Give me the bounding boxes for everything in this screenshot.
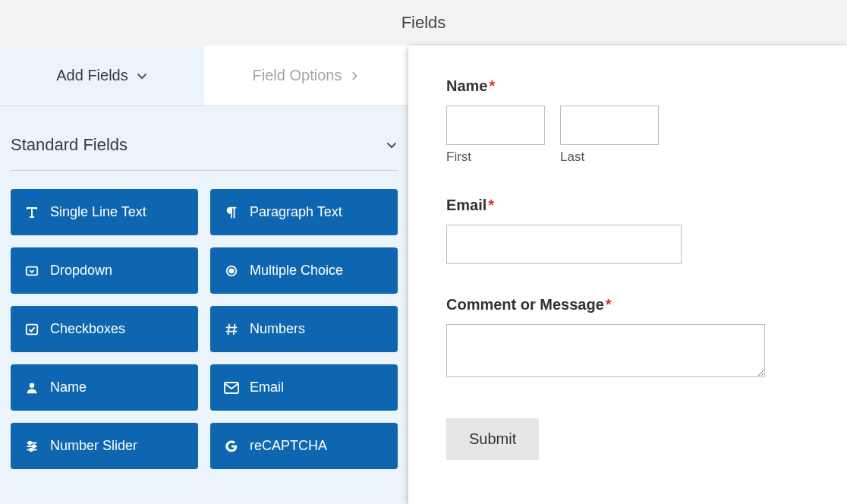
field-multiple-choice[interactable]: Multiple Choice — [210, 247, 398, 294]
chevron-down-icon — [386, 139, 398, 151]
tabs: Add Fields Field Options — [0, 46, 408, 106]
check-icon — [24, 322, 39, 337]
field-numbers[interactable]: Numbers — [210, 306, 398, 352]
field-label: Numbers — [250, 321, 305, 337]
first-sublabel: First — [446, 150, 545, 165]
required-mark: * — [488, 197, 494, 213]
envelope-icon — [224, 380, 239, 395]
field-paragraph-text[interactable]: Paragraph Text — [210, 189, 398, 235]
field-label: Multiple Choice — [250, 263, 343, 279]
section-header[interactable]: Standard Fields — [11, 124, 398, 171]
chevron-down-icon — [136, 70, 148, 82]
text-icon — [24, 205, 39, 220]
first-name-input[interactable] — [446, 106, 545, 145]
field-name[interactable]: Name — [11, 364, 198, 411]
form-preview: Name* First Last Email* — [408, 46, 847, 504]
dropdown-icon — [24, 263, 39, 279]
email-label: Email* — [446, 197, 809, 214]
page-title: Fields — [401, 13, 446, 33]
field-label: Name — [50, 380, 87, 395]
name-inputs: First Last — [446, 106, 809, 165]
svg-rect-3 — [27, 324, 37, 334]
field-label: Checkboxes — [50, 321, 125, 337]
section-title: Standard Fields — [11, 135, 128, 155]
name-label: Name* — [446, 77, 809, 95]
submit-button[interactable]: Submit — [446, 418, 539, 460]
standard-fields-section: Standard Fields Single Line Text Paragr — [0, 106, 408, 469]
field-single-line-text[interactable]: Single Line Text — [11, 189, 198, 235]
user-icon — [24, 380, 39, 395]
preview-panel: Name* First Last Email* — [408, 46, 847, 504]
field-label: Dropdown — [50, 263, 112, 279]
email-input[interactable] — [446, 225, 682, 264]
field-label: reCAPTCHA — [250, 438, 327, 454]
chevron-right-icon — [349, 71, 360, 81]
tab-label: Field Options — [253, 67, 342, 84]
required-mark: * — [489, 77, 495, 94]
svg-point-8 — [30, 448, 33, 451]
field-email[interactable]: Email — [210, 364, 398, 411]
form-field-email[interactable]: Email* — [446, 197, 809, 264]
last-sublabel: Last — [560, 150, 659, 165]
paragraph-icon — [224, 205, 239, 220]
form-field-comment[interactable]: Comment or Message* — [446, 296, 809, 380]
svg-point-6 — [29, 441, 32, 444]
field-checkboxes[interactable]: Checkboxes — [11, 306, 198, 352]
required-mark: * — [606, 296, 612, 313]
tab-label: Add Fields — [56, 67, 128, 84]
field-label: Paragraph Text — [250, 204, 342, 220]
page-header: Fields — [0, 0, 847, 46]
sliders-icon — [24, 439, 39, 454]
field-label: Single Line Text — [50, 204, 146, 220]
field-grid: Single Line Text Paragraph Text Dropdown — [11, 189, 398, 469]
svg-rect-0 — [27, 266, 37, 275]
sidebar: Add Fields Field Options Standard Fields — [0, 46, 408, 504]
main-content: Add Fields Field Options Standard Fields — [0, 46, 847, 504]
field-recaptcha[interactable]: reCAPTCHA — [210, 423, 398, 469]
hash-icon — [224, 322, 239, 337]
field-label: Number Slider — [50, 438, 137, 454]
google-icon — [224, 439, 239, 454]
field-number-slider[interactable]: Number Slider — [11, 423, 198, 469]
field-dropdown[interactable]: Dropdown — [11, 247, 198, 294]
tab-add-fields[interactable]: Add Fields — [0, 46, 204, 106]
last-name-input[interactable] — [560, 106, 659, 145]
svg-point-2 — [229, 269, 233, 272]
radio-icon — [224, 263, 239, 279]
field-label: Email — [250, 380, 284, 395]
svg-point-4 — [30, 383, 34, 387]
tab-field-options[interactable]: Field Options — [204, 46, 408, 106]
comment-label: Comment or Message* — [446, 296, 809, 313]
comment-textarea[interactable] — [446, 324, 765, 377]
svg-point-7 — [33, 445, 36, 448]
form-field-name[interactable]: Name* First Last — [446, 77, 809, 165]
